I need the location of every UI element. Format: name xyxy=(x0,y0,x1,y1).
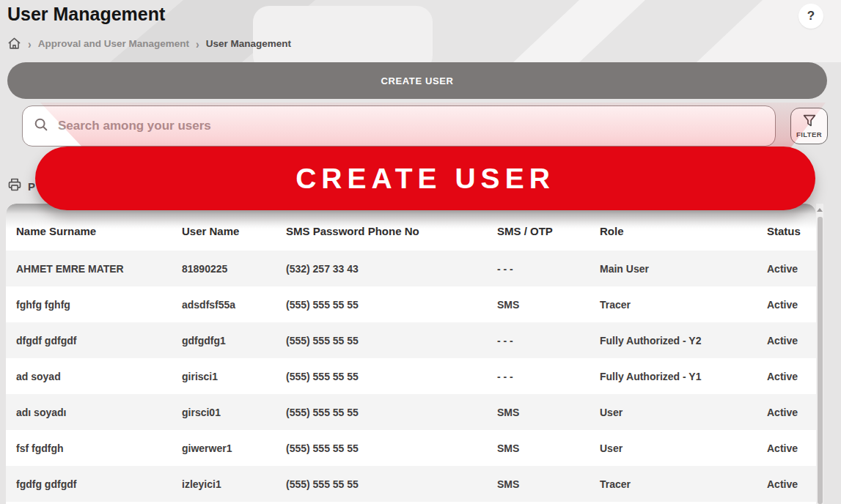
table-cell: Fully Authorized - Y1 xyxy=(600,371,767,382)
help-icon: ? xyxy=(807,9,815,23)
table-cell: Active xyxy=(767,299,816,311)
table-cell: Active xyxy=(767,442,816,454)
table-cell: (555) 555 55 55 xyxy=(286,299,497,311)
table-cell: (555) 555 55 55 xyxy=(286,442,497,454)
search-icon xyxy=(33,116,56,136)
table-cell: Active xyxy=(767,371,816,382)
table-row[interactable]: adı soyadıgirsci01(555) 555 55 55SMSUser… xyxy=(6,394,816,430)
table-cell: girsci01 xyxy=(182,407,286,418)
help-button[interactable]: ? xyxy=(798,4,823,29)
printer-icon xyxy=(7,177,22,195)
breadcrumb-separator: › xyxy=(196,37,199,51)
table-row[interactable]: fghfg fghfgadsdfsf55a(555) 555 55 55SMST… xyxy=(6,286,816,322)
table-cell: (555) 555 55 55 xyxy=(286,407,497,418)
column-header: SMS / OTP xyxy=(497,218,600,237)
table-cell: fgdfg gdfgdf xyxy=(16,478,182,490)
filter-funnel-icon xyxy=(802,114,817,130)
table-cell: adsdfsf55a xyxy=(182,299,286,311)
table-header-row: Name SurnameUser NameSMS Password Phone … xyxy=(6,204,816,251)
table-cell: ad soyad xyxy=(16,371,182,382)
table-cell: SMS xyxy=(497,442,600,454)
column-header: Name Surname xyxy=(16,218,182,237)
table-cell: izleyici1 xyxy=(182,478,286,490)
search-input[interactable] xyxy=(56,118,765,134)
table-cell: dfgdf gdfgdf xyxy=(16,335,182,346)
column-header: User Name xyxy=(182,218,286,237)
create-user-callout-button[interactable]: CREATE USER xyxy=(35,147,815,210)
column-header: SMS Password Phone No xyxy=(286,218,497,237)
table-cell: 81890225 xyxy=(182,263,286,275)
table-row[interactable]: fgdfg gdfgdfizleyici1(555) 555 55 55SMST… xyxy=(6,466,816,502)
table-cell: (555) 555 55 55 xyxy=(286,335,497,346)
table-cell: User xyxy=(600,442,767,454)
table-cell: (532) 257 33 43 xyxy=(286,263,497,275)
create-user-button[interactable]: CREATE USER xyxy=(7,62,827,99)
table-cell: adı soyadı xyxy=(16,407,182,418)
table-row[interactable]: fsf fgdfghgiwerwer1(555) 555 55 55SMSUse… xyxy=(6,430,816,466)
table-cell: (555) 555 55 55 xyxy=(286,371,497,382)
filter-button-label: FILTER xyxy=(796,130,822,138)
table-cell: girisci1 xyxy=(182,371,286,382)
table-scrollbar[interactable] xyxy=(816,204,823,504)
table-cell: - - - xyxy=(497,263,600,275)
table-cell: (555) 555 55 55 xyxy=(286,478,497,490)
table-row[interactable]: ad soyadgirisci1(555) 555 55 55- - -Full… xyxy=(6,358,816,394)
breadcrumb: › Approval and User Management › User Ma… xyxy=(7,37,291,51)
table-cell: SMS xyxy=(497,478,600,490)
breadcrumb-item-approval-and-user-management[interactable]: Approval and User Management xyxy=(38,38,189,49)
table-row[interactable]: dfgdf gdfgdfgdfgdfg1(555) 555 55 55- - -… xyxy=(6,322,816,358)
print-button-label: P xyxy=(28,180,35,193)
table-cell: fghfg fghfg xyxy=(16,299,182,311)
table-cell: Main User xyxy=(600,263,767,275)
table-cell: SMS xyxy=(497,299,600,311)
table-cell: AHMET EMRE MATER xyxy=(16,263,182,275)
table-cell: Fully Authorized - Y2 xyxy=(600,335,767,346)
filter-button[interactable]: FILTER xyxy=(790,108,828,144)
table-cell: Tracer xyxy=(600,299,767,311)
table-cell: fsf fgdfgh xyxy=(16,442,182,454)
table-cell: - - - xyxy=(497,335,600,346)
scrollbar-thumb[interactable] xyxy=(818,217,823,504)
column-header: Role xyxy=(600,218,767,237)
table-cell: Active xyxy=(767,478,816,490)
breadcrumb-separator: › xyxy=(28,37,32,51)
column-header: Status xyxy=(767,218,816,237)
table-cell: User xyxy=(600,407,767,418)
table-cell: Active xyxy=(767,263,816,275)
table-cell: Active xyxy=(767,407,816,418)
table-cell: giwerwer1 xyxy=(182,442,286,454)
table-cell: Tracer xyxy=(600,478,767,490)
users-table: Name SurnameUser NameSMS Password Phone … xyxy=(6,204,816,504)
page-title: User Management xyxy=(7,4,165,25)
table-body: AHMET EMRE MATER81890225(532) 257 33 43-… xyxy=(6,251,816,502)
table-cell: - - - xyxy=(497,371,600,382)
table-row[interactable]: AHMET EMRE MATER81890225(532) 257 33 43-… xyxy=(6,251,816,286)
table-cell: gdfgdfg1 xyxy=(182,335,286,346)
user-management-page: User Management ? › Approval and User Ma… xyxy=(0,0,841,504)
home-icon[interactable] xyxy=(7,37,21,51)
search-box[interactable] xyxy=(22,105,776,147)
breadcrumb-item-user-management: User Management xyxy=(206,38,291,49)
table-cell: Active xyxy=(767,335,816,346)
table-cell: SMS xyxy=(497,407,600,418)
print-button[interactable]: P xyxy=(7,177,35,195)
scroll-up-arrow-icon[interactable] xyxy=(817,208,823,212)
